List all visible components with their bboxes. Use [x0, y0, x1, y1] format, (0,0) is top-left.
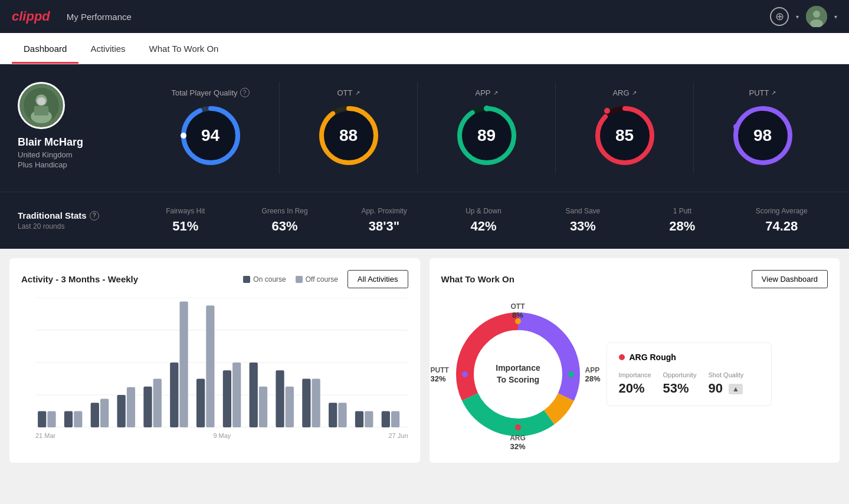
svg-rect-7 — [34, 106, 48, 116]
score-arg-label: ARG ↗ — [612, 88, 636, 97]
svg-rect-45 — [206, 305, 214, 427]
tab-what-to-work-on[interactable]: What To Work On — [137, 33, 231, 64]
score-arg-circle: 85 — [592, 103, 657, 168]
arrow-icon: ↗ — [771, 90, 776, 96]
svg-rect-55 — [338, 403, 346, 427]
tab-activities[interactable]: Activities — [78, 33, 137, 64]
stat-sandsave: Sand Save 33% — [533, 207, 632, 234]
svg-rect-38 — [117, 395, 126, 427]
arg-metrics: Importance 20% Opportunity 53% Shot Qual… — [619, 371, 759, 396]
avatar-chevron: ▾ — [834, 14, 837, 20]
stat-scoring: Scoring Average 74.28 — [732, 207, 831, 234]
shot-quality-badge: ▲ — [729, 384, 743, 394]
score-putt-circle: 98 — [730, 103, 795, 168]
donut-arg-label: ARG 32% — [510, 434, 526, 451]
header-title: My Performance — [67, 12, 132, 22]
header: clippd My Performance ⊕ ▾ ▾ — [0, 0, 849, 33]
stats-subtitle: Last 20 rounds — [18, 222, 136, 230]
svg-point-1 — [813, 11, 820, 18]
score-putt-label: PUTT ↗ — [749, 88, 776, 97]
player-name: Blair McHarg — [18, 136, 124, 149]
svg-rect-49 — [259, 387, 267, 427]
player-scores-panel: Blair McHarg United Kingdom Plus Handica… — [0, 64, 849, 192]
avatar[interactable] — [806, 6, 827, 27]
arg-dot — [619, 354, 625, 360]
player-section: Blair McHarg United Kingdom Plus Handica… — [18, 82, 831, 174]
stats-label: Traditional Stats ? Last 20 rounds — [18, 210, 136, 230]
on-course-dot — [243, 276, 250, 283]
svg-rect-52 — [302, 379, 310, 428]
svg-point-15 — [484, 106, 490, 111]
svg-point-69 — [515, 424, 521, 430]
score-total-circle: 94 — [178, 103, 243, 168]
svg-point-10 — [181, 133, 186, 139]
score-ott: OTT ↗ 88 — [279, 82, 417, 174]
arg-opportunity: Opportunity 53% — [663, 371, 697, 396]
x-label-2: 9 May — [213, 432, 231, 439]
score-app: APP ↗ 89 — [417, 82, 555, 174]
svg-rect-34 — [64, 411, 73, 428]
off-course-dot — [296, 276, 303, 283]
svg-rect-46 — [223, 370, 231, 427]
x-label-3: 27 Jun — [388, 432, 408, 439]
svg-rect-41 — [153, 379, 162, 428]
add-button[interactable]: ⊕ — [770, 7, 789, 26]
stat-1putt: 1 Putt 28% — [632, 207, 732, 234]
svg-rect-50 — [276, 370, 284, 427]
donut-putt-label: PUTT 32% — [431, 366, 449, 383]
logo: clippd — [12, 9, 50, 24]
score-putt: PUTT ↗ 98 — [693, 82, 831, 174]
work-on-header: What To Work On View Dashboard — [441, 270, 828, 288]
activity-panel-header: Activity - 3 Months - Weekly On course O… — [21, 270, 408, 288]
bar-chart: 8 6 4 2 0 — [21, 298, 408, 427]
arrow-icon: ↗ — [355, 90, 360, 96]
activity-panel: Activity - 3 Months - Weekly On course O… — [9, 258, 420, 463]
score-arg-value: 85 — [615, 126, 634, 145]
score-arg: ARG ↗ 85 — [555, 82, 693, 174]
score-total-label: Total Player Quality ? — [172, 88, 250, 97]
arg-shot-quality: Shot Quality 90 ▲ — [708, 371, 743, 396]
svg-rect-58 — [382, 411, 390, 428]
arrow-icon: ↗ — [632, 90, 637, 96]
legend-off-course: Off course — [296, 275, 338, 284]
arg-importance: Importance 20% — [619, 371, 651, 396]
svg-rect-6 — [37, 97, 46, 105]
svg-rect-47 — [232, 363, 241, 427]
header-actions: ⊕ ▾ ▾ — [770, 6, 837, 27]
svg-rect-36 — [91, 403, 99, 427]
score-ott-label: OTT ↗ — [337, 88, 360, 97]
activity-title: Activity - 3 Months - Weekly — [21, 274, 138, 284]
stat-proximity: App. Proximity 38'3" — [335, 207, 434, 234]
svg-rect-51 — [286, 387, 294, 427]
tab-dashboard[interactable]: Dashboard — [12, 33, 78, 64]
svg-rect-42 — [170, 363, 178, 427]
x-labels: 21 Mar 9 May 27 Jun — [35, 430, 408, 439]
score-ott-value: 88 — [339, 126, 358, 145]
svg-rect-48 — [250, 363, 258, 427]
svg-rect-32 — [38, 411, 46, 428]
avatar-image — [806, 6, 827, 27]
svg-rect-57 — [365, 411, 373, 428]
score-putt-value: 98 — [753, 126, 772, 145]
chart-legend: On course Off course — [243, 275, 338, 284]
info-icon[interactable]: ? — [240, 88, 250, 97]
work-content: Importance To Scoring OTT 8% APP 28% — [441, 298, 828, 451]
svg-rect-54 — [329, 403, 337, 427]
stats-info-icon[interactable]: ? — [90, 211, 99, 220]
svg-point-70 — [462, 371, 468, 377]
donut-svg: Importance To Scoring — [441, 298, 595, 451]
score-app-label: APP ↗ — [475, 88, 497, 97]
svg-rect-53 — [312, 379, 320, 428]
score-total: Total Player Quality ? 94 — [142, 82, 279, 174]
stat-fairways: Fairways Hit 51% — [136, 207, 235, 234]
svg-rect-39 — [127, 387, 135, 427]
donut-ott-label: OTT 8% — [511, 302, 525, 319]
svg-text:Importance: Importance — [496, 363, 540, 373]
all-activities-button[interactable]: All Activities — [348, 270, 408, 288]
work-on-panel: What To Work On View Dashboard — [430, 258, 840, 463]
score-total-value: 94 — [201, 126, 219, 145]
chart-svg: 8 6 4 2 0 — [35, 298, 408, 427]
score-ott-circle: 88 — [316, 103, 381, 168]
view-dashboard-button[interactable]: View Dashboard — [752, 270, 828, 288]
arg-card: ARG Rough Importance 20% Opportunity 53%… — [607, 342, 772, 406]
